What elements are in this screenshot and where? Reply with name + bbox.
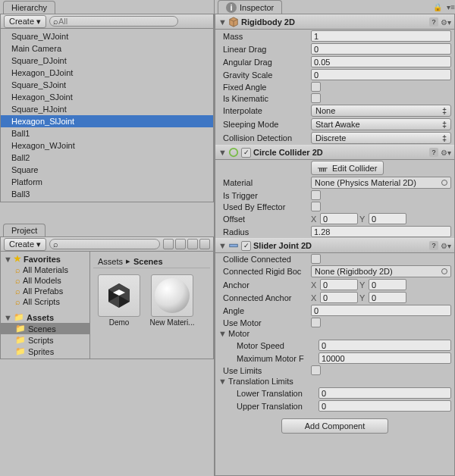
chevron-down-icon: ‡ [442, 106, 447, 115]
use-limits-checkbox[interactable] [311, 365, 321, 375]
project-toolbar-icon[interactable] [175, 239, 186, 249]
foldout-icon: ▼ [4, 255, 11, 264]
hierarchy-item[interactable]: Ball3 [1, 188, 213, 200]
hierarchy-item[interactable]: Square_DJoint [1, 55, 213, 67]
asset-folder[interactable]: 📁Scenes [1, 323, 89, 334]
folder-icon: 📁 [14, 312, 24, 322]
connected-anchor-y-input[interactable] [369, 292, 406, 303]
gravity-scale-input[interactable] [311, 69, 451, 80]
is-trigger-checkbox[interactable] [311, 190, 321, 200]
anchor-x-input[interactable] [320, 279, 358, 290]
search-icon: ⌕ [15, 297, 20, 306]
use-motor-checkbox[interactable] [311, 318, 321, 327]
asset-thumbnail[interactable]: Demo [96, 274, 142, 327]
add-component-button[interactable]: Add Component [281, 418, 389, 434]
project-create-button[interactable]: Create▾ [4, 238, 46, 251]
asset-thumbnail[interactable]: New Materi... [149, 274, 195, 327]
offset-x-input[interactable] [320, 213, 358, 224]
linear-drag-input[interactable] [311, 43, 451, 55]
upper-translation-input[interactable] [318, 400, 451, 412]
star-icon: ★ [14, 254, 21, 264]
help-icon[interactable]: ? [429, 241, 438, 250]
hierarchy-item[interactable]: Hexagon_SJoint [1, 91, 213, 103]
interpolate-dropdown[interactable]: None‡ [311, 105, 451, 117]
search-icon: ⌕ [15, 287, 20, 296]
project-tab[interactable]: Project [3, 224, 46, 236]
foldout-icon[interactable]: ▼ [218, 329, 226, 338]
hierarchy-item[interactable]: Platform [1, 176, 213, 188]
project-toolbar-icon[interactable] [199, 239, 210, 249]
gear-icon[interactable]: ⚙▾ [441, 242, 451, 250]
menu-icon[interactable]: ▾≡ [447, 3, 455, 11]
project-toolbar-icon[interactable] [163, 239, 174, 249]
hierarchy-item[interactable]: Square_WJoint [1, 30, 213, 42]
edit-collider-icon: ᚄ [318, 163, 328, 173]
object-picker-icon[interactable] [441, 180, 447, 186]
hierarchy-item[interactable]: Hexagon_SlJoint [1, 115, 213, 127]
slider-joint-header[interactable]: ▼ ✓ Slider Joint 2D ? ⚙▾ [215, 238, 454, 253]
favorite-item[interactable]: ⌕All Models [1, 275, 89, 286]
gear-icon[interactable]: ⚙▾ [441, 149, 451, 157]
hierarchy-item[interactable]: Square [1, 164, 213, 176]
used-by-effector-checkbox[interactable] [311, 202, 321, 211]
circle-collider-header[interactable]: ▼ ✓ Circle Collider 2D ? ⚙▾ [215, 145, 454, 160]
foldout-icon: ▼ [218, 17, 226, 27]
favorites-header[interactable]: ▼★Favorites [1, 253, 89, 265]
connected-rigidbody-field[interactable]: None (Rigidbody 2D) [311, 265, 451, 277]
angular-drag-input[interactable] [311, 56, 451, 67]
slider-joint-enable-checkbox[interactable]: ✓ [241, 241, 251, 251]
lower-translation-input[interactable] [318, 387, 451, 399]
gear-icon[interactable]: ⚙▾ [441, 18, 451, 27]
chevron-down-icon: ‡ [442, 133, 447, 142]
chevron-down-icon: ▾ [36, 17, 41, 27]
mass-input[interactable] [311, 30, 451, 42]
lock-icon[interactable]: 🔒 [433, 3, 442, 11]
foldout-icon[interactable]: ▼ [218, 377, 226, 386]
search-icon: ⌕ [15, 276, 20, 285]
hierarchy-item[interactable]: Hexagon_WJoint [1, 139, 213, 152]
edit-collider-button[interactable]: ᚄEdit Collider [311, 161, 384, 175]
collision-detection-dropdown[interactable]: Discrete‡ [311, 132, 451, 144]
fixed-angle-checkbox[interactable] [311, 82, 321, 92]
motor-speed-input[interactable] [318, 340, 451, 351]
material-field[interactable]: None (Physics Material 2D) [311, 177, 451, 189]
hierarchy-item[interactable]: Ball1 [1, 127, 213, 139]
favorite-item[interactable]: ⌕All Prefabs [1, 286, 89, 296]
project-toolbar-icon[interactable] [187, 239, 198, 249]
collide-connected-checkbox[interactable] [311, 254, 321, 264]
hierarchy-tab[interactable]: Hierarchy [3, 1, 55, 14]
hierarchy-item[interactable]: Square_SJoint [1, 79, 213, 91]
inspector-tab[interactable]: iInspector [218, 0, 282, 14]
favorite-item[interactable]: ⌕All Materials [1, 265, 89, 275]
svg-rect-1 [230, 244, 238, 247]
hierarchy-search-input[interactable]: ⌕All [49, 16, 178, 27]
anchor-y-input[interactable] [369, 279, 406, 290]
radius-input[interactable] [311, 226, 451, 237]
asset-folder[interactable]: 📁Scripts [1, 334, 89, 346]
chevron-down-icon: ‡ [442, 120, 447, 129]
offset-y-input[interactable] [369, 213, 406, 224]
circle-collider-enable-checkbox[interactable]: ✓ [241, 148, 251, 158]
rigidbody-header[interactable]: ▼ Rigidbody 2D ? ⚙▾ [215, 14, 454, 30]
max-motor-force-input[interactable] [318, 352, 451, 364]
circle-collider-icon [228, 147, 239, 158]
is-kinematic-checkbox[interactable] [311, 93, 321, 103]
hierarchy-item[interactable]: Square_HJoint [1, 103, 213, 115]
hierarchy-item[interactable]: Ball2 [1, 152, 213, 164]
asset-folder[interactable]: 📁Sprites [1, 346, 89, 357]
object-picker-icon[interactable] [441, 268, 447, 274]
assets-header[interactable]: ▼📁Assets [1, 312, 89, 323]
hierarchy-create-button[interactable]: Create▾ [4, 15, 46, 28]
angle-input[interactable] [311, 305, 451, 316]
hierarchy-item[interactable]: Hexagon_DJoint [1, 67, 213, 79]
search-icon: ⌕ [53, 240, 58, 249]
folder-icon: 📁 [15, 324, 26, 334]
project-search-input[interactable]: ⌕ [49, 239, 160, 249]
sleeping-mode-dropdown[interactable]: Start Awake‡ [311, 118, 451, 130]
connected-anchor-x-input[interactable] [320, 292, 358, 303]
hierarchy-item[interactable]: Main Camera [1, 42, 213, 55]
help-icon[interactable]: ? [429, 148, 438, 157]
breadcrumb[interactable]: Assets▸Scenes [93, 255, 210, 268]
help-icon[interactable]: ? [429, 17, 438, 27]
favorite-item[interactable]: ⌕All Scripts [1, 296, 89, 307]
